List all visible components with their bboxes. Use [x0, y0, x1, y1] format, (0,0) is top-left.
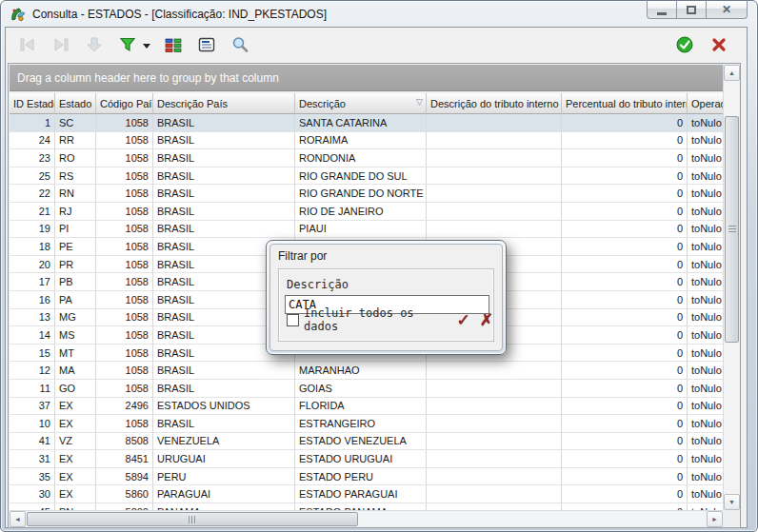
last-record-button[interactable]	[50, 34, 71, 55]
horizontal-scroll-thumb[interactable]	[27, 512, 358, 526]
maximize-button[interactable]	[676, 0, 707, 19]
table-cell	[427, 362, 562, 380]
table-cell: 1058	[96, 326, 153, 345]
table-cell: 1058	[96, 309, 153, 327]
table-row[interactable]: 12MA1058BRASILMARANHAO0toNulo	[10, 362, 723, 380]
table-cell: 0	[562, 203, 688, 221]
table-cell: PARAGUAI	[153, 485, 295, 503]
table-cell: FLORIDA	[295, 398, 427, 416]
table-cell: BRASIL	[153, 167, 295, 186]
table-cell: 30	[10, 485, 55, 503]
table-cell: 1058	[96, 345, 153, 363]
minimize-icon	[657, 12, 667, 15]
table-cell	[427, 221, 562, 239]
scrollbar-corner	[723, 510, 739, 526]
download-button[interactable]	[84, 34, 105, 55]
table-cell: toNulo	[688, 309, 723, 327]
column-header[interactable]: Estado	[55, 93, 96, 114]
table-row[interactable]: 45PN5800PANAMAESTADO PANAMA0toNulo	[10, 503, 723, 510]
arrow-left-icon: ◄	[14, 516, 21, 522]
scroll-up-button[interactable]: ▲	[724, 65, 740, 81]
table-row[interactable]: 41VZ8508VENEZUELAESTADO VENEZUELA0toNulo	[10, 433, 723, 451]
first-record-button[interactable]	[17, 34, 38, 55]
table-cell: 1058	[96, 149, 153, 167]
vertical-scroll-thumb[interactable]	[725, 116, 739, 343]
table-cell	[427, 185, 562, 203]
table-cell: 16	[10, 291, 55, 309]
table-cell: 0	[562, 167, 688, 186]
filter-dropdown-arrow[interactable]	[143, 44, 150, 49]
table-row[interactable]: 22RN1058BRASILRIO GRANDE DO NORTE0toNulo	[10, 185, 723, 203]
table-row[interactable]: 10EX1058BRASILESTRANGEIRO0toNulo	[10, 415, 723, 433]
titlebar[interactable]: Consulta - ESTADOS - [Classificação: IND…	[1, 1, 757, 28]
apply-button[interactable]	[674, 34, 695, 55]
group-by-bar[interactable]: Drag a column header here to group by th…	[10, 65, 723, 91]
column-header[interactable]: ID Estado	[10, 93, 55, 114]
dialog-cancel-button[interactable]: ✗	[480, 312, 493, 328]
table-cell: MS	[55, 326, 96, 345]
table-cell: 1058	[96, 256, 153, 274]
table-row[interactable]: 21RJ1058BRASILRIO DE JANEIRO0toNulo	[10, 203, 723, 221]
filter-button[interactable]	[117, 34, 138, 55]
first-record-icon	[18, 35, 37, 54]
horizontal-scrollbar[interactable]: ◄ ►	[10, 510, 723, 526]
table-cell: 0	[562, 132, 688, 150]
table-cell: toNulo	[688, 485, 723, 503]
table-cell: MARANHAO	[295, 362, 427, 380]
table-cell	[427, 450, 562, 468]
scroll-left-button[interactable]: ◄	[10, 511, 26, 527]
filter-indicator-icon[interactable]: ▽	[416, 98, 423, 107]
scroll-down-button[interactable]: ▼	[724, 494, 740, 510]
table-cell: PR	[55, 256, 96, 274]
table-cell: PB	[55, 273, 96, 291]
table-row[interactable]: 35EX5894PERUESTADO PERU0toNulo	[10, 468, 723, 486]
column-header[interactable]: Descrição▽	[295, 93, 427, 114]
vertical-scrollbar[interactable]: ▲ ▼	[723, 65, 739, 510]
column-chooser-button[interactable]	[163, 34, 184, 55]
table-cell: RS	[55, 167, 96, 186]
table-cell: 1058	[96, 415, 153, 433]
table-row[interactable]: 1SC1058BRASILSANTA CATARINA0toNulo	[10, 114, 723, 132]
scroll-right-button[interactable]: ►	[707, 511, 723, 527]
search-button[interactable]	[229, 34, 250, 55]
table-row[interactable]: 37EX2496ESTADOS UNIDOSFLORIDA0toNulo	[10, 398, 723, 416]
table-cell: ESTRANGEIRO	[295, 415, 427, 433]
table-cell: 24	[10, 132, 55, 150]
table-row[interactable]: 25RS1058BRASILRIO GRANDE DO SUL0toNulo	[10, 167, 723, 186]
table-cell: 0	[562, 309, 688, 327]
table-row[interactable]: 31EX8451URUGUAIESTADO URUGUAI0toNulo	[10, 450, 723, 468]
app-icon	[10, 7, 26, 23]
column-header[interactable]: Descrição País	[153, 93, 295, 114]
table-cell: toNulo	[688, 203, 723, 221]
table-row[interactable]: 24RR1058BRASILRORAIMA0toNulo	[10, 132, 723, 150]
table-cell: 18	[10, 238, 55, 256]
minimize-button[interactable]	[647, 0, 677, 19]
app-window: Consulta - ESTADOS - [Classificação: IND…	[0, 0, 758, 532]
include-all-checkbox[interactable]	[287, 314, 299, 326]
column-header[interactable]: Descrição do tributo interno	[427, 93, 562, 114]
column-header[interactable]: Percentual do tributo interno	[562, 93, 688, 114]
table-cell: 1	[10, 114, 55, 132]
thumb-grip-icon	[728, 226, 736, 233]
table-cell: EX	[55, 415, 96, 433]
table-cell: 0	[562, 415, 688, 433]
table-row[interactable]: 23RO1058BRASILRONDONIA0toNulo	[10, 149, 723, 167]
close-button[interactable]: ✕	[706, 0, 748, 19]
table-cell: toNulo	[688, 167, 723, 186]
filter-dialog[interactable]: Filtrar por Descrição Incluir todos os d…	[266, 240, 507, 355]
column-header[interactable]: Código País	[96, 93, 153, 114]
table-cell: PI	[55, 221, 96, 239]
arrow-up-icon: ▲	[728, 69, 735, 76]
red-x-icon	[709, 35, 728, 54]
table-cell: 0	[562, 326, 688, 345]
table-row[interactable]: 19PI1058BRASILPIAUI0toNulo	[10, 221, 723, 239]
cancel-button[interactable]	[708, 34, 729, 55]
column-header[interactable]: Operação	[688, 93, 723, 114]
table-cell: 17	[10, 273, 55, 291]
grid-options-button[interactable]	[196, 34, 217, 55]
table-row[interactable]: 11GO1058BRASILGOIAS0toNulo	[10, 380, 723, 398]
table-cell: 41	[10, 433, 55, 451]
table-row[interactable]: 30EX5860PARAGUAIESTADO PARAGUAI0toNulo	[10, 485, 723, 503]
table-cell: 23	[10, 149, 55, 167]
dialog-ok-button[interactable]: ✓	[457, 312, 470, 328]
